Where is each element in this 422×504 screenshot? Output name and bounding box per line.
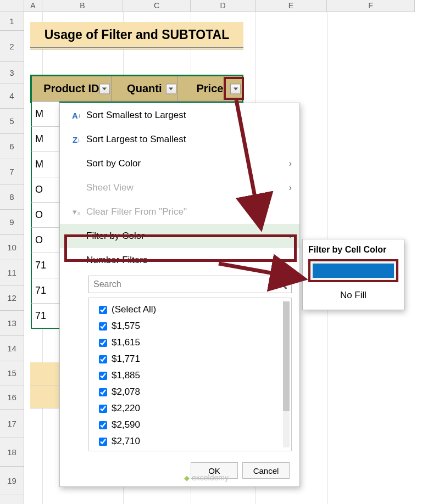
filter-check-item[interactable]: $1,885: [91, 367, 289, 384]
row-header[interactable]: 8: [0, 184, 24, 210]
check-label: $2,710: [112, 436, 140, 447]
col-header-B[interactable]: B: [42, 0, 123, 12]
table-cell[interactable]: O: [31, 228, 59, 253]
cancel-button[interactable]: Cancel: [242, 462, 290, 479]
check-label: $2,590: [112, 419, 140, 430]
row-header[interactable]: 15: [0, 361, 24, 385]
row-header[interactable]: 9: [0, 210, 24, 235]
filter-by-cell-color-submenu: Filter by Cell Color No Fill: [302, 239, 404, 310]
data-table: Product ID Quanti Price: [30, 75, 243, 103]
filter-check-item[interactable]: $2,078: [91, 384, 289, 400]
row-header[interactable]: 2: [0, 31, 24, 62]
submenu-title: Filter by Cell Color: [308, 245, 398, 255]
svg-line-0: [236, 100, 261, 228]
table-cell[interactable]: 71: [31, 278, 59, 304]
checkbox[interactable]: [99, 388, 107, 396]
chevron-right-icon: ›: [289, 183, 292, 193]
page-title: Usage of Filter and SUBTOTAL: [30, 22, 243, 49]
filter-dropdown-button[interactable]: [166, 83, 176, 94]
col-header-C[interactable]: C: [123, 0, 191, 12]
funnel-clear-icon: ▾ₓ: [66, 207, 86, 217]
table-cell[interactable]: 71: [31, 253, 59, 278]
annotation-arrow: [231, 97, 275, 239]
check-label: $1,615: [112, 337, 140, 348]
check-label: $2,078: [112, 387, 140, 397]
table-cell[interactable]: 71: [31, 304, 59, 329]
row-header[interactable]: 13: [0, 311, 24, 336]
row-header[interactable]: 18: [0, 438, 24, 467]
svg-line-1: [219, 264, 304, 279]
row-header[interactable]: 4: [0, 83, 24, 109]
row-header[interactable]: 7: [0, 159, 24, 184]
watermark-text: exceldemy: [192, 473, 229, 482]
checkbox[interactable]: [99, 322, 107, 331]
color-swatch: [313, 264, 394, 278]
scrollbar-thumb[interactable]: [283, 301, 290, 411]
summary-cell[interactable]: [30, 362, 59, 385]
filter-check-item[interactable]: $2,220: [91, 400, 289, 417]
row-header[interactable]: 16: [0, 385, 24, 410]
col-header-D[interactable]: D: [191, 0, 256, 12]
col-header-F[interactable]: F: [327, 0, 415, 12]
header-product-id: Product ID: [32, 76, 112, 101]
header-quantity: Quanti: [112, 76, 178, 101]
filter-values-list[interactable]: (Select All) $1,575 $1,615 $1,771 $1,885…: [88, 298, 292, 451]
filter-dropdown-button[interactable]: [99, 83, 110, 94]
table-cell[interactable]: M: [31, 152, 59, 177]
row-header[interactable]: 17: [0, 410, 24, 438]
filter-check-item[interactable]: $1,575: [91, 318, 289, 334]
row-header[interactable]: 5: [0, 109, 24, 134]
checkbox[interactable]: [99, 372, 107, 380]
check-label: $2,220: [112, 403, 140, 414]
row-header[interactable]: 12: [0, 285, 24, 311]
check-label: $1,575: [112, 321, 140, 332]
checkbox[interactable]: [99, 355, 107, 363]
header-label: Price: [196, 82, 223, 95]
filter-check-item[interactable]: $1,771: [91, 351, 289, 367]
col-header-A[interactable]: A: [24, 0, 42, 12]
checkbox[interactable]: [99, 339, 107, 347]
row-header[interactable]: 20: [0, 495, 24, 504]
check-label: $1,885: [112, 370, 140, 381]
sort-desc-icon: Z↓: [66, 135, 86, 144]
column-headers-row: A B C D E F: [0, 0, 415, 12]
table-peek-column: M M M O O O 71 71 71: [31, 102, 59, 329]
table-cell[interactable]: M: [31, 102, 59, 127]
checkbox[interactable]: [99, 306, 107, 314]
row-header[interactable]: 11: [0, 260, 24, 285]
row-header[interactable]: 6: [0, 134, 24, 159]
no-fill-option[interactable]: No Fill: [308, 288, 398, 303]
table-cell[interactable]: O: [31, 177, 59, 203]
header-label: Quanti: [127, 82, 162, 95]
check-label: $1,771: [112, 354, 140, 365]
filter-check-item[interactable]: $2,710: [91, 433, 289, 450]
table-cell[interactable]: O: [31, 203, 59, 228]
table-cell[interactable]: M: [31, 127, 59, 152]
chevron-right-icon: ›: [289, 159, 292, 169]
row-header[interactable]: 3: [0, 62, 24, 83]
summary-cell[interactable]: [30, 385, 59, 408]
select-all-corner[interactable]: [0, 0, 24, 12]
annotation-arrow: [215, 258, 314, 291]
header-label: Product ID: [43, 82, 99, 95]
check-label: (Select All): [112, 304, 156, 315]
row-header[interactable]: 19: [0, 467, 24, 495]
row-header[interactable]: 1: [0, 12, 24, 31]
filter-check-item[interactable]: $2,590: [91, 417, 289, 433]
row-header[interactable]: 14: [0, 336, 24, 361]
watermark: exceldemy: [184, 473, 229, 482]
filter-check-item[interactable]: (Select All): [91, 301, 289, 318]
checkbox[interactable]: [99, 421, 107, 429]
row-headers: 1 2 3 4 5 6 7 8 9 10 11 12 13 14 15 16 1…: [0, 12, 24, 504]
sort-asc-icon: A↓: [66, 111, 86, 120]
filter-check-item[interactable]: $2,050: [91, 450, 289, 451]
checkbox[interactable]: [99, 405, 107, 413]
col-header-E[interactable]: E: [256, 0, 327, 12]
filter-check-item[interactable]: $1,615: [91, 334, 289, 351]
chevron-right-icon: ›: [289, 231, 292, 241]
row-header[interactable]: 10: [0, 235, 24, 260]
color-swatch-option[interactable]: [308, 259, 398, 282]
checkbox[interactable]: [99, 438, 107, 446]
